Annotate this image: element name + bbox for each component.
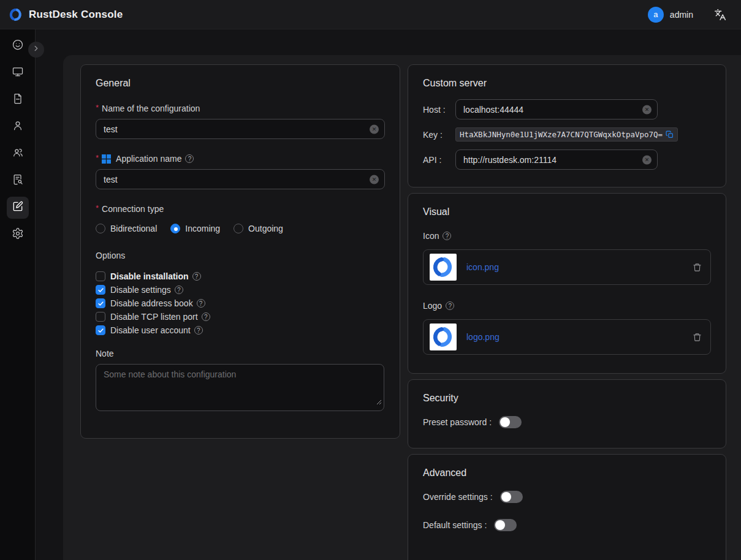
checkbox[interactable] [96,285,105,295]
sidebar-item-users[interactable] [7,116,29,138]
icon-thumbnail [430,254,457,281]
sidebar-item-dashboard[interactable] [7,35,29,57]
default-settings-row: Default settings : [423,519,711,531]
clear-icon[interactable]: ✕ [370,124,379,134]
sidebar-item-configurations[interactable] [7,197,29,219]
advanced-title: Advanced [423,467,711,479]
clear-icon[interactable]: ✕ [642,155,652,164]
logo-label: Logo ? [423,301,711,311]
override-settings-label: Override settings : [423,492,493,502]
radio-button[interactable] [234,224,243,233]
key-label: Key : [423,130,455,140]
sidebar-item-devices[interactable] [7,62,29,84]
api-input[interactable] [455,149,658,170]
logo-file-row: logo.png [423,319,711,355]
override-settings-row: Override settings : [423,491,711,503]
radio-incoming[interactable]: Incoming [170,224,220,233]
audit-log-icon [12,173,24,188]
checkbox[interactable] [96,271,105,281]
sidebar-item-groups[interactable] [7,143,29,165]
help-icon[interactable]: ? [185,154,194,163]
preset-password-label: Preset password : [423,417,492,427]
main-content: General * Name of the configuration ✕ * [63,55,741,560]
rustdesk-logo-icon [9,7,23,22]
radio-button[interactable] [96,224,105,233]
checkbox[interactable] [96,298,105,308]
default-settings-toggle[interactable] [494,519,517,531]
help-icon[interactable]: ? [446,301,454,310]
document-icon [12,93,24,107]
sidebar [0,29,36,560]
host-input[interactable] [455,99,658,119]
server-key-value: HtaXBkJNHyn0e1U1jWXze7A7CN7QTGWqxkOtpaVp… [455,127,678,142]
edit-icon [12,200,24,215]
sidebar-expand-button[interactable] [28,42,44,58]
help-icon[interactable]: ? [443,232,451,240]
checkbox[interactable] [96,325,105,335]
help-icon[interactable]: ? [175,286,183,294]
radio-bidirectional[interactable]: Bidirectional [96,224,157,233]
visual-card: Visual Icon ? icon.png Logo ? [408,193,726,374]
app-title: RustDesk Console [29,9,123,21]
translate-icon[interactable] [714,9,726,21]
user-icon [12,119,24,134]
override-settings-toggle[interactable] [500,491,523,503]
checkbox-disable-settings[interactable]: Disable settings ? [96,285,385,295]
user-menu[interactable]: a admin [648,7,693,23]
options-label: Options [96,251,385,260]
visual-title: Visual [423,206,711,218]
application-name-input[interactable] [96,169,385,189]
custom-server-title: Custom server [423,78,711,89]
application-name-label: * Application name ? [96,154,385,164]
preset-password-toggle[interactable] [499,416,522,428]
copy-icon[interactable] [666,131,674,138]
settings-icon [12,227,24,242]
sidebar-item-documents[interactable] [7,89,29,111]
header: RustDesk Console a admin [0,0,741,29]
smiley-icon [12,39,24,53]
logo-filename-link[interactable]: logo.png [466,332,693,342]
help-icon[interactable]: ? [197,299,205,308]
config-name-label: * Name of the configuration [96,104,385,113]
chevron-right-icon [32,44,40,55]
checkbox[interactable] [96,312,105,322]
general-card: General * Name of the configuration ✕ * [80,64,400,439]
security-title: Security [423,393,711,404]
note-label: Note [96,349,385,358]
custom-server-card: Custom server Host : ✕ Key : HtaXBkJNHyn… [408,64,726,187]
avatar[interactable]: a [648,7,664,23]
config-name-input[interactable] [96,119,385,139]
clear-icon[interactable]: ✕ [642,105,652,114]
checkbox-disable-tcp-listen-port[interactable]: Disable TCP listen port ? [96,312,385,322]
clear-icon[interactable]: ✕ [370,175,379,184]
checkbox-disable-installation[interactable]: Disable installation ? [96,271,385,281]
icon-filename-link[interactable]: icon.png [466,262,693,272]
sidebar-item-settings[interactable] [7,224,29,246]
sidebar-item-audit[interactable] [7,170,29,192]
connection-type-label: * Connection type [96,204,385,214]
default-settings-label: Default settings : [423,520,487,530]
radio-button[interactable] [170,224,180,233]
preset-password-row: Preset password : [423,416,711,428]
required-mark: * [96,203,99,213]
connection-type-radio-group: Bidirectional Incoming Outgoing [96,224,385,233]
advanced-card: Advanced Override settings : Default set… [408,454,726,560]
windows-logo-icon [102,154,111,164]
help-icon[interactable]: ? [194,326,203,335]
icon-file-row: icon.png [423,249,711,285]
note-textarea[interactable] [96,364,384,411]
help-icon[interactable]: ? [202,312,210,321]
icon-label: Icon ? [423,231,711,241]
delete-icon-button[interactable] [693,263,702,272]
security-card: Security Preset password : [408,379,726,448]
checkbox-disable-user-account[interactable]: Disable user account ? [96,325,385,335]
delete-logo-button[interactable] [693,333,702,342]
general-title: General [96,78,385,89]
help-icon[interactable]: ? [192,272,201,281]
checkbox-disable-address-book[interactable]: Disable address book ? [96,298,385,308]
logo-thumbnail [430,324,457,350]
api-label: API : [423,155,455,165]
required-mark: * [96,153,99,162]
radio-outgoing[interactable]: Outgoing [234,224,283,233]
host-label: Host : [423,105,455,115]
